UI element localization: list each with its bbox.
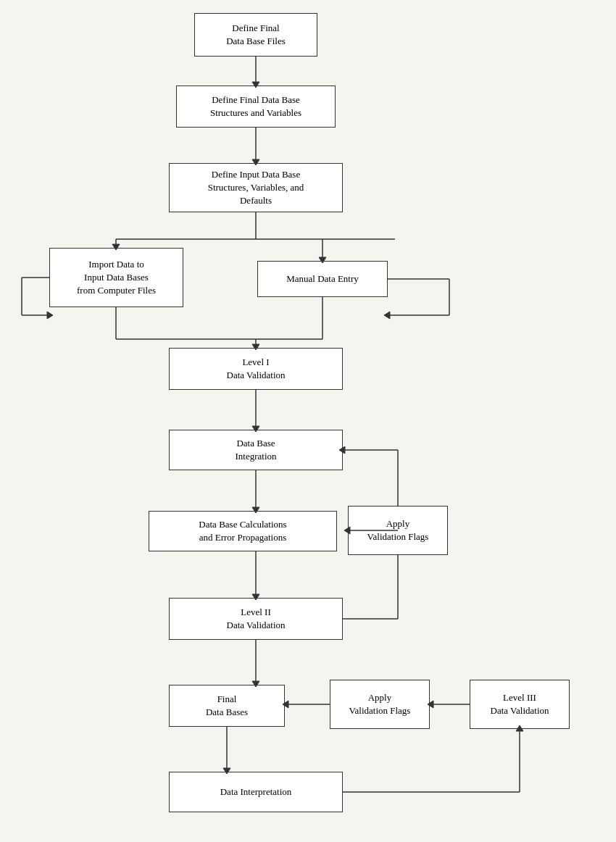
- box-level2-validation: Level IIData Validation: [169, 598, 343, 640]
- box-level1-validation: Level IData Validation: [169, 348, 343, 390]
- svg-marker-23: [384, 312, 390, 319]
- box-apply-flags-2: ApplyValidation Flags: [330, 680, 430, 729]
- box-apply-flags-1: ApplyValidation Flags: [348, 506, 448, 555]
- box-db-integration: Data BaseIntegration: [169, 430, 343, 470]
- flowchart-container: Define FinalData Base Files Define Final…: [0, 0, 616, 842]
- box-manual-entry: Manual Data Entry: [257, 261, 388, 297]
- svg-marker-19: [47, 312, 53, 319]
- box-import-data: Import Data toInput Data Basesfrom Compu…: [49, 248, 183, 307]
- box-define-final-files: Define FinalData Base Files: [194, 13, 317, 57]
- box-define-input-structures: Define Input Data BaseStructures, Variab…: [169, 163, 343, 212]
- box-db-calculations: Data Base Calculationsand Error Propagat…: [149, 511, 337, 551]
- box-level3-validation: Level IIIData Validation: [470, 680, 570, 729]
- box-define-final-structures: Define Final Data BaseStructures and Var…: [176, 86, 336, 128]
- box-final-databases: FinalData Bases: [169, 685, 285, 727]
- box-data-interpretation: Data Interpretation: [169, 772, 343, 812]
